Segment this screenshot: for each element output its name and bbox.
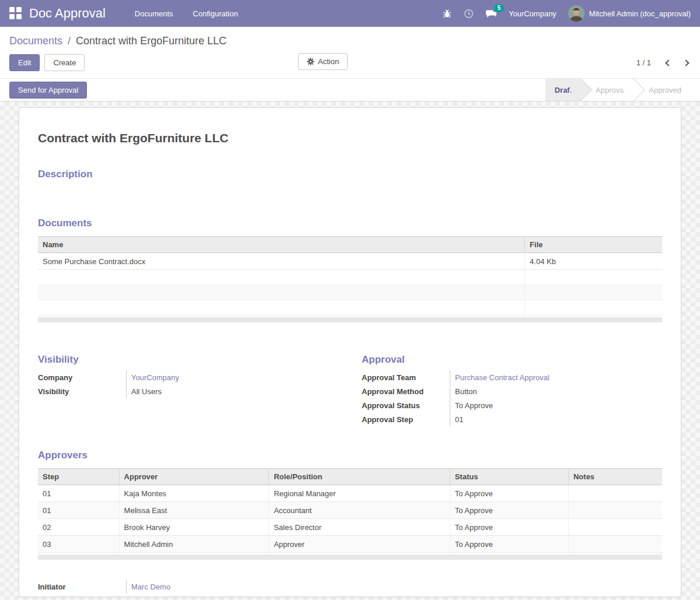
main-menu: Documents Configuration (134, 7, 239, 20)
documents-col-file[interactable]: File (525, 237, 662, 253)
field-label: Initiator (38, 583, 126, 591)
create-button[interactable]: Create (44, 54, 85, 71)
horizontal-scrollbar[interactable] (38, 317, 662, 322)
cell-step[interactable]: 01 (38, 502, 119, 519)
status-step-draft[interactable]: Draft (545, 79, 580, 101)
user-avatar (568, 5, 584, 22)
cell-role[interactable]: Accountant (269, 502, 450, 519)
document-row[interactable]: Some Purchase Contract.docx 4.04 Kb (38, 253, 662, 270)
field-label: Approval Step (362, 415, 450, 424)
gear-icon (307, 58, 314, 65)
empty-row (38, 270, 662, 285)
action-button-label: Action (318, 57, 339, 66)
cell-status[interactable]: To Approve (450, 485, 568, 502)
pager-next-icon[interactable] (681, 58, 691, 68)
empty-row (38, 300, 662, 315)
form-sheet: Contract with ErgoFurniture LLC Descript… (19, 107, 681, 597)
approvers-col-role[interactable]: Role/Position (269, 469, 450, 485)
empty-row (38, 285, 662, 300)
documents-heading: Documents (38, 217, 662, 229)
approver-row[interactable]: 01 Melissa East Accountant To Approve (38, 502, 662, 519)
clock-activities-icon[interactable] (464, 9, 474, 19)
cell-status[interactable]: To Approve (450, 536, 568, 553)
menu-configuration[interactable]: Configuration (192, 7, 239, 20)
approval-status-value: To Approve (455, 401, 493, 410)
bug-icon[interactable] (442, 9, 452, 19)
initiator-link[interactable]: Marc Demo (131, 583, 170, 591)
field-visibility: Visibility All Users (38, 384, 338, 398)
user-menu[interactable]: Mitchell Admin (doc_approval) (568, 5, 691, 22)
content-background: Contract with ErgoFurniture LLC Descript… (0, 101, 700, 600)
description-heading: Description (38, 169, 662, 180)
field-label: Company (38, 373, 126, 382)
documents-col-name[interactable]: Name (38, 237, 525, 253)
cell-notes[interactable] (568, 519, 662, 536)
record-title: Contract with ErgoFurniture LLC (38, 131, 662, 145)
visibility-value: All Users (131, 387, 162, 396)
cell-role[interactable]: Sales Director (269, 519, 450, 536)
cell-role[interactable]: Approver (269, 536, 450, 553)
field-label: Approval Team (362, 373, 450, 382)
field-label: Approval Method (362, 387, 450, 396)
approval-step-value: 01 (455, 415, 463, 424)
approver-row[interactable]: 03 Mitchell Admin Approver To Approve (38, 536, 662, 553)
field-company: Company YourCompany (38, 370, 338, 384)
approver-row[interactable]: 02 Brook Harvey Sales Director To Approv… (38, 519, 662, 536)
pager-value[interactable]: 1 / 1 (636, 58, 651, 67)
breadcrumb-documents[interactable]: Documents (9, 35, 62, 47)
cell-status[interactable]: To Approve (450, 519, 568, 536)
cell-step[interactable]: 02 (38, 519, 119, 536)
control-panel-buttons: Edit Create Action 1 / 1 (0, 51, 700, 78)
approval-team-link[interactable]: Purchase Contract Approval (455, 373, 550, 382)
visibility-heading: Visibility (38, 354, 338, 366)
cell-notes[interactable] (568, 485, 662, 502)
field-approval-status: Approval Status To Approve (362, 398, 662, 412)
pager: 1 / 1 (636, 58, 691, 68)
apps-grid-icon[interactable] (9, 7, 22, 20)
field-approval-team: Approval Team Purchase Contract Approval (362, 370, 662, 384)
pager-previous-icon[interactable] (664, 58, 673, 68)
top-navbar: Doc Approval Documents Configuration (0, 0, 700, 27)
cell-notes[interactable] (568, 536, 662, 553)
field-label: Visibility (38, 387, 126, 396)
cell-notes[interactable] (568, 502, 662, 519)
approvers-table: Step Approver Role/Position Status Notes… (38, 468, 662, 553)
approver-row[interactable]: 01 Kaja Montes Regional Manager To Appro… (38, 485, 662, 502)
company-switcher[interactable]: YourCompany (509, 9, 556, 18)
cell-approver[interactable]: Melissa East (119, 502, 269, 519)
edit-button[interactable]: Edit (9, 54, 40, 71)
field-approval-step: Approval Step 01 (362, 412, 662, 426)
status-steps: Draft Approval Approved (545, 79, 691, 101)
statusbar: Send for Approval Draft Approval Approve… (0, 78, 700, 101)
approvers-col-status[interactable]: Status (450, 469, 568, 485)
field-approval-method: Approval Method Button (362, 384, 662, 398)
field-initiator: Initiator Marc Demo (38, 580, 662, 594)
breadcrumb-separator: / (68, 35, 71, 47)
cell-role[interactable]: Regional Manager (269, 485, 450, 502)
breadcrumb: Documents / Contract with ErgoFurniture … (0, 27, 700, 51)
company-link[interactable]: YourCompany (131, 373, 179, 382)
app-title[interactable]: Doc Approval (29, 6, 106, 21)
cell-approver[interactable]: Brook Harvey (119, 519, 269, 536)
breadcrumb-current: Contract with ErgoFurniture LLC (76, 35, 226, 47)
documents-table: Name File Some Purchase Contract.docx 4.… (38, 236, 662, 315)
visibility-group: Visibility Company YourCompany Visibilit… (38, 354, 338, 426)
document-file-cell[interactable]: 4.04 Kb (525, 253, 662, 270)
action-button[interactable]: Action (298, 53, 348, 70)
approvers-col-approver[interactable]: Approver (119, 469, 269, 485)
horizontal-scrollbar[interactable] (38, 555, 662, 560)
approvers-col-notes[interactable]: Notes (568, 469, 662, 485)
approval-group: Approval Approval Team Purchase Contract… (362, 354, 662, 426)
cell-step[interactable]: 01 (38, 485, 119, 502)
approvers-col-step[interactable]: Step (38, 469, 119, 485)
messages-icon[interactable]: 5 (485, 9, 497, 19)
approvers-heading: Approvers (38, 450, 662, 461)
send-for-approval-button[interactable]: Send for Approval (9, 82, 87, 99)
cell-status[interactable]: To Approve (450, 502, 568, 519)
cell-approver[interactable]: Kaja Montes (119, 485, 269, 502)
cell-step[interactable]: 03 (38, 536, 119, 553)
approval-heading: Approval (362, 354, 662, 366)
document-name-cell[interactable]: Some Purchase Contract.docx (38, 253, 525, 270)
menu-documents[interactable]: Documents (134, 7, 174, 20)
cell-approver[interactable]: Mitchell Admin (119, 536, 269, 553)
